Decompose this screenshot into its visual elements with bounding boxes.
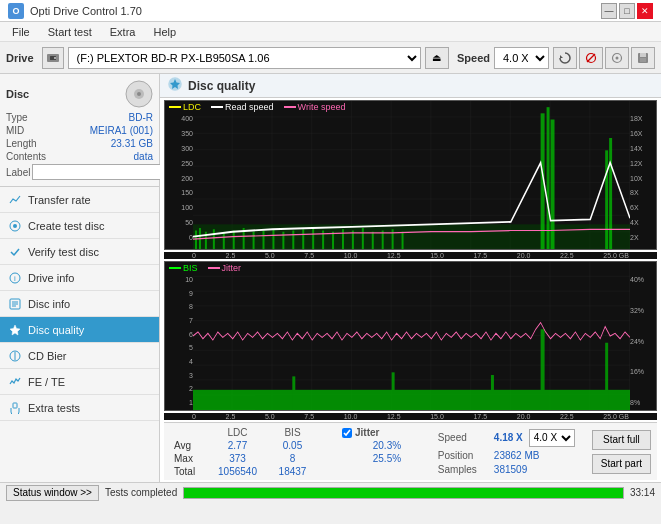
stats-max-bis: 8 xyxy=(265,452,320,465)
sidebar-item-create-test-disc[interactable]: Create test disc xyxy=(0,213,159,239)
disc-label-input[interactable] xyxy=(32,164,165,180)
stats-max-label: Max xyxy=(170,452,210,465)
transfer-rate-icon xyxy=(8,193,22,207)
disc-contents-label: Contents xyxy=(6,151,46,162)
svg-rect-57 xyxy=(551,120,555,250)
sidebar-item-extra-tests[interactable]: Extra tests xyxy=(0,395,159,421)
svg-rect-54 xyxy=(402,232,404,249)
disc-length-row: Length 23.31 GB xyxy=(6,138,153,149)
svg-rect-31 xyxy=(193,224,630,249)
chart1-plot xyxy=(193,101,630,249)
stats-row-avg: Avg 2.77 0.05 20.3% xyxy=(170,439,434,452)
drive-select[interactable]: (F:) PLEXTOR BD-R PX-LB950SA 1.06 xyxy=(68,47,421,69)
window-controls: — □ ✕ xyxy=(601,3,653,19)
sidebar-item-label-disc-info: Disc info xyxy=(28,298,70,310)
chart2-x-axis: 0 2.5 5.0 7.5 10.0 12.5 15.0 17.5 20.0 2… xyxy=(164,413,657,420)
speed-dropdown[interactable]: 4.0 X2.0 X6.0 X xyxy=(529,429,575,447)
close-button[interactable]: ✕ xyxy=(637,3,653,19)
svg-rect-32 xyxy=(195,231,197,250)
stats-avg-bis: 0.05 xyxy=(265,439,320,452)
status-window-button[interactable]: Status window >> xyxy=(6,485,99,501)
sidebar-item-drive-info[interactable]: i Drive info xyxy=(0,265,159,291)
action-buttons: Start full Start part xyxy=(592,426,651,477)
charts-area: LDC Read speed Write speed 400 350 300 xyxy=(160,98,661,482)
samples-value: 381509 xyxy=(494,464,527,475)
position-label: Position xyxy=(438,450,488,461)
svg-rect-51 xyxy=(372,232,374,249)
menu-start-test[interactable]: Start test xyxy=(40,24,100,40)
position-value: 23862 MB xyxy=(494,450,540,461)
menu-file[interactable]: File xyxy=(4,24,38,40)
legend-read-speed: Read speed xyxy=(225,102,274,112)
chart1-y-axis-left: 400 350 300 250 200 150 100 50 0 xyxy=(165,101,193,249)
disc-type-row: Type BD-R xyxy=(6,112,153,123)
col-bis: BIS xyxy=(265,426,320,439)
jitter-checkbox-label[interactable]: Jitter xyxy=(342,427,432,438)
start-full-button[interactable]: Start full xyxy=(592,430,651,450)
disc-mid-value: MEIRA1 (001) xyxy=(90,125,153,136)
svg-rect-66 xyxy=(491,375,494,410)
menu-help[interactable]: Help xyxy=(145,24,184,40)
sidebar-item-fe-te[interactable]: FE / TE xyxy=(0,369,159,395)
svg-point-2 xyxy=(54,57,56,59)
svg-rect-42 xyxy=(282,232,284,249)
chart2-plot xyxy=(193,262,630,410)
stats-max-ldc: 373 xyxy=(210,452,265,465)
status-text: Tests completed xyxy=(105,487,177,498)
eject-button[interactable]: ⏏ xyxy=(425,47,449,69)
minimize-button[interactable]: — xyxy=(601,3,617,19)
stats-total-ldc: 1056540 xyxy=(210,465,265,478)
create-test-disc-icon xyxy=(8,219,22,233)
cd-bier-icon xyxy=(8,349,22,363)
verify-test-disc-icon xyxy=(8,245,22,259)
svg-point-7 xyxy=(616,56,619,59)
disc-length-label: Length xyxy=(6,138,37,149)
svg-rect-56 xyxy=(547,107,550,249)
jitter-checkbox[interactable] xyxy=(342,428,352,438)
svg-point-13 xyxy=(137,92,141,96)
disc-contents-row: Contents data xyxy=(6,151,153,162)
status-time: 33:14 xyxy=(630,487,655,498)
sidebar-item-disc-info[interactable]: Disc info xyxy=(0,291,159,317)
chart1-y-axis-right: 18X 16X 14X 12X 10X 8X 6X 4X 2X xyxy=(630,101,656,249)
disc-erase-button[interactable] xyxy=(579,47,603,69)
disc-length-value: 23.31 GB xyxy=(111,138,153,149)
chart2-y-axis-right: 40% 32% 24% 16% 8% xyxy=(630,262,656,410)
maximize-button[interactable]: □ xyxy=(619,3,635,19)
app-icon: O xyxy=(8,3,24,19)
svg-text:i: i xyxy=(14,274,16,283)
svg-rect-43 xyxy=(292,231,294,250)
sidebar-item-verify-test-disc[interactable]: Verify test disc xyxy=(0,239,159,265)
svg-rect-64 xyxy=(292,376,295,410)
disc-info-icon xyxy=(8,297,22,311)
save-button[interactable] xyxy=(631,47,655,69)
app-title: Opti Drive Control 1.70 xyxy=(30,5,142,17)
chart1-x-axis: 0 2.5 5.0 7.5 10.0 12.5 15.0 17.5 20.0 2… xyxy=(164,252,657,259)
sidebar-item-disc-quality[interactable]: Disc quality xyxy=(0,317,159,343)
disc-quality-icon xyxy=(8,323,22,337)
stats-row-max: Max 373 8 25.5% xyxy=(170,452,434,465)
svg-rect-36 xyxy=(223,233,225,249)
legend-write-speed: Write speed xyxy=(298,102,346,112)
sidebar-item-label-extra-tests: Extra tests xyxy=(28,402,80,414)
menu-extra[interactable]: Extra xyxy=(102,24,144,40)
svg-rect-40 xyxy=(263,231,265,250)
titlebar: O Opti Drive Control 1.70 — □ ✕ xyxy=(0,0,661,22)
sidebar: Disc Type BD-R MID MEIRA1 (001) Length 2… xyxy=(0,74,160,482)
sidebar-item-transfer-rate[interactable]: Transfer rate xyxy=(0,187,159,213)
drivebar: Drive (F:) PLEXTOR BD-R PX-LB950SA 1.06 … xyxy=(0,42,661,74)
chart-ldc: LDC Read speed Write speed 400 350 300 xyxy=(164,100,657,250)
disc-burn-button[interactable] xyxy=(605,47,629,69)
speed-label: Speed xyxy=(457,52,490,64)
speed-select[interactable]: 4.0 X 2.0 X 6.0 X 8.0 X xyxy=(494,47,549,69)
extra-tests-icon xyxy=(8,401,22,415)
speed-refresh-button[interactable] xyxy=(553,47,577,69)
sidebar-item-label-verify-test-disc: Verify test disc xyxy=(28,246,99,258)
sidebar-nav: Transfer rate Create test disc Verify te… xyxy=(0,187,159,421)
svg-rect-39 xyxy=(253,232,255,249)
svg-rect-9 xyxy=(640,53,646,57)
svg-point-15 xyxy=(13,224,17,228)
svg-rect-59 xyxy=(609,138,612,249)
sidebar-item-cd-bier[interactable]: CD Bier xyxy=(0,343,159,369)
start-part-button[interactable]: Start part xyxy=(592,454,651,474)
